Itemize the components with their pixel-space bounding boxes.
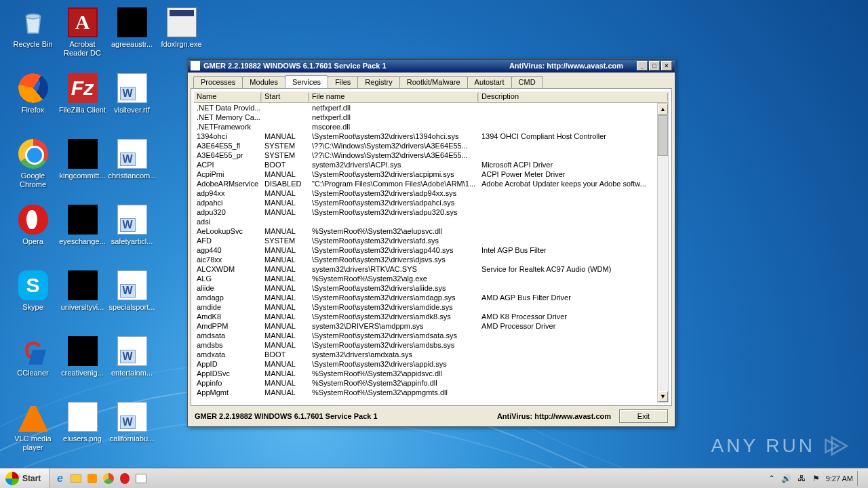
desktop-icon[interactable]: agreeaustr... (107, 5, 157, 70)
cell: MANUAL (262, 255, 309, 264)
desktop-icon[interactable]: safetyarticl... (107, 203, 157, 267)
flag-icon[interactable]: ⚑ (811, 473, 822, 484)
service-row[interactable]: agp440MANUAL\SystemRoot\system32\drivers… (194, 245, 657, 255)
maximize-button[interactable]: □ (649, 61, 660, 70)
explorer-icon[interactable] (68, 471, 83, 486)
cell (479, 207, 657, 217)
desktop-icon[interactable]: SSkype (8, 268, 58, 333)
gmer-taskbar-icon[interactable] (134, 471, 149, 486)
service-row[interactable]: AdobeARMserviceDISABLED"C:\Program Files… (194, 179, 657, 188)
col-description[interactable]: Description (479, 92, 669, 102)
vertical-scrollbar[interactable]: ▲ ▼ (657, 103, 669, 403)
desktop-icon[interactable]: Firefox (8, 71, 58, 136)
service-row[interactable]: AmdK8MANUAL\SystemRoot\system32\drivers\… (194, 312, 657, 321)
service-row[interactable]: amdsbsMANUAL\SystemRoot\system32\drivers… (194, 340, 657, 350)
service-row[interactable]: aliideMANUAL\SystemRoot\system32\drivers… (194, 283, 657, 293)
col-start[interactable]: Start (262, 92, 309, 102)
opera-taskbar-icon[interactable] (117, 471, 132, 486)
desktop-icon[interactable]: californiabu... (107, 400, 157, 464)
services-list[interactable]: Name Start File name Description .NET Da… (194, 92, 669, 403)
service-row[interactable]: .NET Memory Ca...netfxperf.dll (194, 113, 657, 122)
desktop-icon[interactable]: universityvi... (58, 268, 107, 333)
desktop-icon[interactable]: creativenig... (58, 334, 107, 399)
tab-services[interactable]: Services (285, 75, 328, 88)
desktop-icon[interactable]: eyeschange... (58, 203, 107, 267)
tab-cmd[interactable]: CMD (511, 76, 543, 89)
service-row[interactable]: 1394ohciMANUAL\SystemRoot\system32\drive… (194, 131, 657, 141)
service-row[interactable]: ALGMANUAL%SystemRoot%\System32\alg.exe (194, 274, 657, 283)
service-row[interactable]: A3E64E55_flSYSTEM\??\C:\Windows\System32… (194, 141, 657, 150)
service-row[interactable]: adpahciMANUAL\SystemRoot\system32\driver… (194, 198, 657, 207)
service-row[interactable]: adpu320MANUAL\SystemRoot\system32\driver… (194, 207, 657, 217)
word-icon (117, 270, 147, 300)
desktop-icon[interactable]: christiancom... (107, 137, 157, 201)
tab-modules[interactable]: Modules (242, 76, 285, 89)
cell: adpahci (194, 198, 262, 207)
show-desktop-button[interactable] (857, 471, 864, 486)
start-button[interactable]: Start (0, 468, 50, 489)
service-row[interactable]: adsi (194, 217, 657, 226)
service-row[interactable]: A3E64E55_prSYSTEM\??\C:\Windows\System32… (194, 150, 657, 160)
service-row[interactable]: amdsataMANUAL\SystemRoot\system32\driver… (194, 331, 657, 340)
list-header[interactable]: Name Start File name Description (194, 92, 669, 103)
service-row[interactable]: AppIDSvcMANUAL%SystemRoot%\System32\appi… (194, 369, 657, 378)
title-bar[interactable]: GMER 2.2.19882 WINDOWS 6.1.7601 Service … (188, 59, 675, 73)
desktop-icon[interactable]: elusers.png (58, 400, 107, 464)
scroll-up-button[interactable]: ▲ (658, 104, 668, 115)
service-row[interactable]: aic78xxMANUAL\SystemRoot\system32\driver… (194, 255, 657, 264)
close-button[interactable]: × (661, 61, 672, 70)
service-row[interactable]: ACPIBOOTsystem32\drivers\ACPI.sysMicroso… (194, 160, 657, 169)
cell: MANUAL (262, 207, 309, 217)
desktop-icon[interactable]: VLC media player (8, 400, 58, 464)
service-row[interactable]: .NET Data Provid...netfxperf.dll (194, 103, 657, 113)
desktop-icon[interactable]: Google Chrome (8, 137, 58, 201)
desktop-icon[interactable]: specialsport... (107, 268, 157, 333)
scroll-thumb[interactable] (658, 115, 668, 156)
tray-expand-icon[interactable]: ⌃ (766, 473, 777, 484)
cell: ALCXWDM (194, 264, 262, 274)
desktop-icon[interactable]: Recycle Bin (8, 5, 58, 70)
desktop-icon[interactable]: AAcrobat Reader DC (58, 5, 107, 70)
clock[interactable]: 9:27 AM (826, 474, 853, 483)
desktop-icon[interactable]: Opera (8, 203, 58, 267)
service-row[interactable]: AFDSYSTEM\SystemRoot\system32\drivers\af… (194, 236, 657, 245)
service-row[interactable]: .NETFrameworkmscoree.dll (194, 122, 657, 131)
col-filename[interactable]: File name (309, 92, 479, 102)
chrome-taskbar-icon[interactable] (101, 471, 116, 486)
desktop-icon[interactable]: visitever.rtf (107, 71, 157, 136)
service-row[interactable]: AppinfoMANUAL%SystemRoot%\System32\appin… (194, 378, 657, 388)
desktop-icon[interactable]: FzFileZilla Client (58, 71, 107, 136)
exit-button[interactable]: Exit (619, 409, 668, 423)
minimize-button[interactable]: _ (637, 61, 648, 70)
desktop-icon-label: visitever.rtf (114, 106, 150, 115)
service-row[interactable]: adp94xxMANUAL\SystemRoot\system32\driver… (194, 188, 657, 198)
tab-processes[interactable]: Processes (193, 76, 243, 89)
desktop-icon[interactable]: CCleaner (8, 334, 58, 399)
service-row[interactable]: AmdPPMMANUALsystem32\DRIVERS\amdppm.sysA… (194, 321, 657, 331)
desktop-icon-label: specialsport... (109, 303, 155, 312)
tab-files[interactable]: Files (328, 76, 358, 89)
adobe-icon: A (68, 7, 98, 37)
desktop-icon[interactable]: kingcommitt... (58, 137, 107, 201)
service-row[interactable]: AppMgmtMANUAL%SystemRoot%\System32\appmg… (194, 388, 657, 397)
network-icon[interactable]: 🖧 (796, 473, 807, 484)
desktop-icon[interactable]: entertainm... (107, 334, 157, 399)
service-row[interactable]: AppIDMANUAL\SystemRoot\system32\drivers\… (194, 359, 657, 369)
service-row[interactable]: amdideMANUAL\SystemRoot\system32\drivers… (194, 302, 657, 312)
tab-registry[interactable]: Registry (357, 76, 399, 89)
service-row[interactable]: amdxataBOOTsystem32\drivers\amdxata.sys (194, 350, 657, 359)
scroll-down-button[interactable]: ▼ (658, 391, 668, 402)
cell: %SystemRoot%\System32\appmgmts.dll (309, 388, 479, 397)
cell: system32\drivers\ACPI.sys (309, 160, 479, 169)
col-name[interactable]: Name (194, 92, 262, 102)
volume-icon[interactable]: 🔊 (781, 473, 792, 484)
service-row[interactable]: amdagpMANUAL\SystemRoot\system32\drivers… (194, 293, 657, 302)
cell: amdsbs (194, 340, 262, 350)
media-player-icon[interactable] (85, 471, 100, 486)
ie-icon[interactable]: e (52, 471, 67, 486)
service-row[interactable]: ALCXWDMMANUALsystem32\drivers\RTKVAC.SYS… (194, 264, 657, 274)
service-row[interactable]: AeLookupSvcMANUAL%SystemRoot%\System32\a… (194, 226, 657, 236)
tab-rootkitmalware[interactable]: Rootkit/Malware (399, 76, 468, 89)
tab-autostart[interactable]: Autostart (467, 76, 512, 89)
service-row[interactable]: AcpiPmiMANUAL\SystemRoot\system32\driver… (194, 169, 657, 179)
